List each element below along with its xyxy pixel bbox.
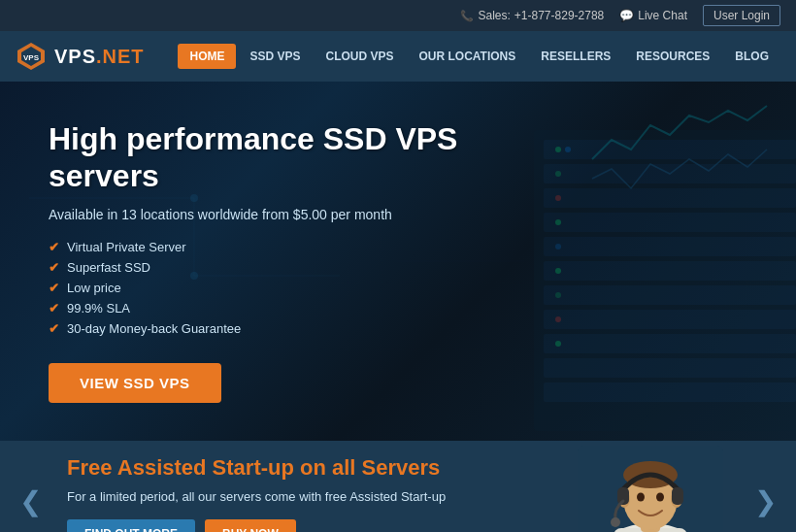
svg-rect-6: [544, 188, 796, 208]
nav-item-home[interactable]: HOME: [178, 44, 236, 69]
svg-point-40: [637, 493, 645, 502]
view-ssd-vps-button[interactable]: View SSD VPS: [49, 363, 221, 403]
header: VPS VPS.NET HOME SSD VPS CLOUD VPS OUR L…: [0, 31, 796, 82]
svg-point-17: [555, 171, 561, 177]
phone-icon: 📞: [460, 10, 474, 22]
bottom-description: For a limited period, all our servers co…: [67, 488, 475, 506]
svg-rect-9: [544, 261, 796, 281]
svg-rect-43: [672, 487, 683, 505]
feature-label-1: Virtual Private Server: [67, 240, 186, 254]
nav-item-locations[interactable]: OUR LOCATIONS: [408, 44, 528, 69]
nav-item-resources[interactable]: RESOURCES: [624, 44, 721, 69]
hero-section: High performance SSD VPS servers Availab…: [0, 82, 796, 441]
check-icon-5: ✔: [49, 321, 59, 336]
svg-rect-4: [544, 140, 796, 159]
top-bar: 📞 Sales: +1-877-829-2788 💬 Live Chat Use…: [0, 0, 796, 31]
buy-now-button[interactable]: BUY NOW: [205, 519, 296, 532]
svg-rect-14: [544, 382, 796, 402]
support-person-image: [563, 441, 738, 532]
live-chat-label: Live Chat: [638, 9, 687, 22]
svg-point-16: [565, 147, 571, 152]
hero-title: High performance SSD VPS servers: [49, 120, 495, 195]
check-icon-3: ✔: [49, 281, 59, 295]
logo-net: .NET: [96, 46, 145, 67]
svg-text:VPS: VPS: [23, 53, 40, 62]
check-icon-2: ✔: [49, 260, 59, 275]
check-icon-4: ✔: [49, 301, 59, 316]
feature-label-2: Superfast SSD: [67, 260, 150, 275]
check-icon-1: ✔: [49, 240, 59, 254]
carousel-right-arrow[interactable]: ❯: [754, 488, 777, 515]
hero-content: High performance SSD VPS servers Availab…: [0, 82, 544, 441]
logo: VPS VPS.NET: [16, 41, 145, 72]
sales-label: Sales:: [478, 9, 510, 22]
logo-vps: VPS: [54, 46, 96, 67]
sales-info: 📞 Sales: +1-877-829-2788: [460, 9, 604, 22]
svg-rect-12: [544, 334, 796, 353]
hero-features-list: ✔ Virtual Private Server ✔ Superfast SSD…: [49, 240, 495, 336]
svg-point-22: [555, 292, 561, 298]
svg-rect-10: [544, 285, 796, 305]
feature-4: ✔ 99.9% SLA: [49, 301, 495, 316]
nav-item-cloud-vps[interactable]: CLOUD VPS: [315, 44, 406, 69]
svg-point-18: [555, 195, 561, 201]
nav-item-blog[interactable]: BLOG: [723, 44, 780, 69]
svg-rect-8: [544, 237, 796, 256]
svg-point-44: [611, 517, 620, 527]
feature-label-5: 30-day Money-back Guarantee: [67, 321, 241, 336]
svg-rect-13: [544, 358, 796, 378]
feature-5: ✔ 30-day Money-back Guarantee: [49, 321, 495, 336]
svg-rect-7: [544, 213, 796, 232]
svg-point-15: [555, 147, 561, 152]
svg-point-41: [656, 493, 664, 502]
svg-point-19: [555, 219, 561, 225]
svg-point-21: [555, 268, 561, 274]
logo-text: VPS.NET: [54, 46, 145, 68]
user-login-button[interactable]: User Login: [703, 5, 780, 26]
svg-point-20: [555, 244, 561, 249]
svg-point-24: [555, 341, 561, 347]
feature-3: ✔ Low price: [49, 281, 495, 295]
feature-1: ✔ Virtual Private Server: [49, 240, 495, 254]
feature-2: ✔ Superfast SSD: [49, 260, 495, 275]
chat-icon: 💬: [619, 9, 634, 22]
logo-icon: VPS: [16, 41, 47, 72]
live-chat-link[interactable]: 💬 Live Chat: [619, 9, 687, 22]
feature-label-3: Low price: [67, 281, 121, 295]
bottom-section: ❮ Free Assisted Start-up on all Servers …: [0, 441, 796, 532]
svg-rect-11: [544, 310, 796, 329]
feature-label-4: 99.9% SLA: [67, 301, 130, 316]
svg-point-23: [555, 316, 561, 322]
find-out-more-button[interactable]: FIND OUT MORE: [67, 519, 195, 532]
person-svg: [573, 441, 728, 532]
carousel-left-arrow[interactable]: ❮: [19, 488, 42, 515]
hero-subtitle: Available in 13 locations worldwide from…: [49, 207, 495, 222]
nav-item-resellers[interactable]: RESELLERS: [529, 44, 622, 69]
sales-phone: +1-877-829-2788: [514, 9, 604, 22]
nav-item-ssd-vps[interactable]: SSD VPS: [238, 44, 312, 69]
main-nav: HOME SSD VPS CLOUD VPS OUR LOCATIONS RES…: [178, 44, 780, 69]
